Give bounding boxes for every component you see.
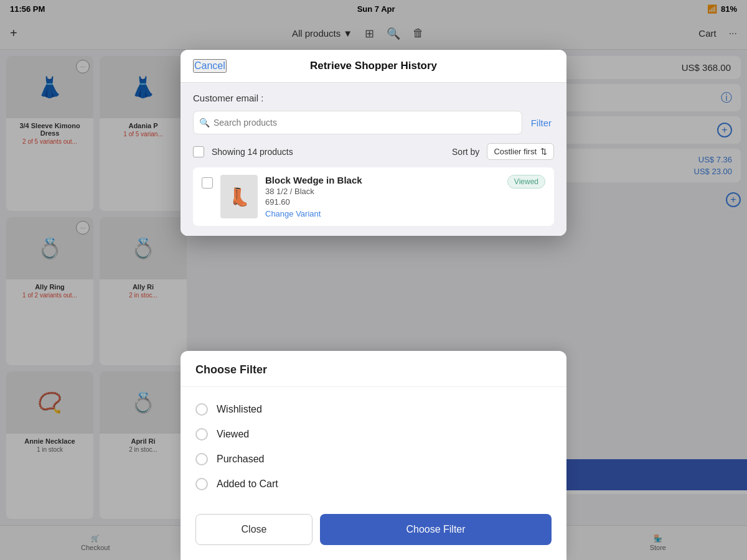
product-list-variant: 38 1/2 / Black	[265, 187, 500, 196]
filter-options: Wishlisted Viewed Purchased Added to Car…	[181, 387, 566, 506]
choose-filter-button[interactable]: Choose Filter	[320, 514, 552, 545]
filter-label-viewed: Viewed	[217, 429, 249, 440]
search-input[interactable]	[193, 111, 522, 134]
sort-by-label: Sort by	[452, 147, 479, 157]
select-all-checkbox[interactable]	[193, 146, 204, 157]
search-icon: 🔍	[199, 118, 210, 128]
product-list-name: Block Wedge in Black	[265, 175, 500, 185]
modal-body: Customer email : 🔍 Filter Showing 14 pro…	[181, 83, 566, 236]
boot-icon: 👢	[228, 187, 250, 207]
filter-modal-footer: Close Choose Filter	[181, 506, 566, 560]
shopper-history-modal: Cancel Retrieve Shopper History Customer…	[181, 50, 566, 236]
radio-wishlisted[interactable]	[195, 403, 208, 416]
item-checkbox[interactable]	[202, 177, 213, 189]
viewed-badge: Viewed	[507, 175, 545, 189]
radio-viewed[interactable]	[195, 428, 208, 441]
cancel-button[interactable]: Cancel	[193, 59, 227, 73]
filter-label-purchased: Purchased	[217, 454, 265, 465]
sort-chevron-icon: ⇅	[540, 147, 547, 156]
search-wrapper: 🔍	[193, 111, 522, 134]
radio-purchased[interactable]	[195, 453, 208, 465]
showing-row: Showing 14 products Sort by Costlier fir…	[193, 143, 554, 160]
filter-option-wishlisted[interactable]: Wishlisted	[195, 397, 552, 422]
filter-button[interactable]: Filter	[529, 118, 554, 128]
modal-title: Retrieve Shopper History	[310, 60, 437, 72]
modal-header: Cancel Retrieve Shopper History	[181, 50, 566, 83]
showing-count: Showing 14 products	[212, 147, 444, 157]
sort-dropdown[interactable]: Costlier first ⇅	[487, 143, 554, 160]
filter-option-added-to-cart[interactable]: Added to Cart	[195, 472, 552, 497]
filter-option-viewed[interactable]: Viewed	[195, 422, 552, 447]
product-thumb: 👢	[220, 175, 258, 218]
filter-modal-header: Choose Filter	[181, 351, 566, 387]
close-button[interactable]: Close	[195, 514, 312, 545]
customer-email-label: Customer email :	[193, 93, 554, 103]
filter-modal: Choose Filter Wishlisted Viewed Purchase…	[181, 351, 566, 560]
filter-label-wishlisted: Wishlisted	[217, 404, 262, 415]
change-variant-button[interactable]: Change Variant	[265, 209, 500, 218]
filter-option-purchased[interactable]: Purchased	[195, 447, 552, 472]
sort-option: Costlier first	[494, 147, 537, 156]
filter-modal-title: Choose Filter	[195, 363, 267, 376]
product-details: Block Wedge in Black 38 1/2 / Black 691.…	[265, 175, 500, 218]
search-row: 🔍 Filter	[193, 111, 554, 134]
radio-added-to-cart[interactable]	[195, 478, 208, 490]
filter-label-added-to-cart: Added to Cart	[217, 478, 278, 490]
product-list-item[interactable]: 👢 Block Wedge in Black 38 1/2 / Black 69…	[193, 167, 554, 226]
product-list-price: 691.60	[265, 197, 500, 207]
